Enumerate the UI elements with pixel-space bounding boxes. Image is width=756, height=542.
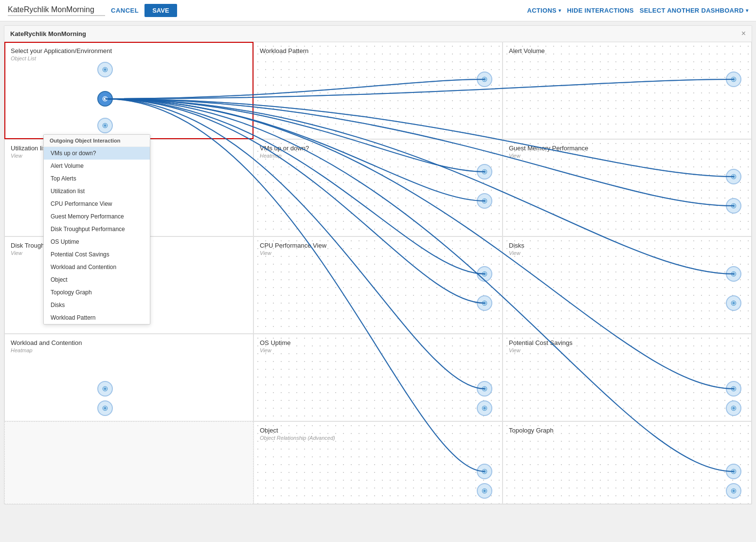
dropdown-item-7[interactable]: OS Uptime [44,235,150,248]
dropdown-item-12[interactable]: Disks [44,299,150,311]
widget-title-2: Alert Volume [509,47,745,54]
widget-title-8: Disks [509,242,745,249]
dropdown-item-2[interactable]: Top Alerts [44,172,150,185]
target-circle-w4b[interactable] [477,193,492,209]
widget-vms: VMs up or down? Heatmap [253,139,503,236]
source-circle-icon[interactable] [97,91,113,107]
panel-title: KateRychlik MonMorning [10,30,86,37]
dropdown-item-8[interactable]: Potential Cost Savings [44,248,150,261]
hide-interactions-button[interactable]: HIDE INTERACTIONS [567,7,633,14]
target-circle-w1[interactable] [477,72,492,87]
widget-subtitle-0: Object List [11,55,247,61]
dropdown-item-4[interactable]: CPU Performance View [44,198,150,210]
widget-title-10: OS Uptime [260,339,496,346]
widget-title-1: Workload Pattern [260,47,496,54]
widget-subtitle-8: View [509,250,745,256]
target-circle-w8b[interactable] [726,295,741,311]
dropdown-header: Outgoing Object Interaction [44,135,150,147]
dropdown-item-11[interactable]: Topology Graph [44,286,150,299]
dropdown-item-9[interactable]: Workload and Contention [44,261,150,273]
dropdown-item-6[interactable]: Disk Troughput Performance [44,223,150,235]
outgoing-circle-w9b[interactable] [97,400,113,416]
select-dashboard-arrow-icon: ▾ [746,8,748,13]
widget-os-uptime: OS Uptime View [253,334,503,421]
dropdown-item-1[interactable]: Alert Volume [44,160,150,172]
widget-object: Object Object Relationship (Advanced) [253,421,503,504]
actions-button[interactable]: ACTIONS ▾ [527,7,561,14]
dropdown-item-13[interactable]: Workload Pattern [44,311,150,324]
widget-title-4: VMs up or down? [260,145,496,152]
source-circle-top-icon[interactable] [97,62,113,77]
widget-workload-contention: Workload and Contention Heatmap [4,334,253,421]
widget-subtitle-7: View [260,250,496,256]
dropdown-item-0[interactable]: VMs up or down? [44,147,150,160]
widget-title-7: CPU Performance View [260,242,496,249]
actions-arrow-icon: ▾ [558,8,561,13]
widget-subtitle-9: Heatmap [11,347,247,353]
widget-subtitle-11: View [509,347,745,353]
widget-workload-pattern: Workload Pattern [253,42,503,139]
save-button[interactable]: SAVE [144,4,177,17]
widget-cost-savings: Potential Cost Savings View [503,334,752,421]
select-dashboard-button[interactable]: SELECT ANOTHER DASHBOARD ▾ [640,7,748,14]
target-circle-w4a[interactable] [477,164,492,180]
widget-subtitle-12: Object Relationship (Advanced) [260,435,496,441]
dropdown-item-10[interactable]: Object [44,273,150,286]
main-panel: KateRychlik MonMorning × Select your App… [4,25,752,505]
cancel-button[interactable]: CANCEL [111,7,139,14]
widget-subtitle-5: View [509,153,745,159]
topbar: KateRychlik MonMorning CANCEL SAVE ACTIO… [0,0,756,21]
widget-alert-volume: Alert Volume [503,42,752,139]
widget-title-12: Object [260,427,496,434]
target-circle-w12b[interactable] [477,483,492,499]
target-circle-w5b[interactable] [726,198,741,214]
widget-title-0: Select your Application/Environment [11,47,247,54]
widget-select-app: Select your Application/Environment Obje… [4,42,253,139]
panel-header: KateRychlik MonMorning × [4,26,752,42]
widget-disks: Disks View [503,236,752,334]
target-circle-w10a[interactable] [477,381,492,397]
outgoing-interaction-dropdown: Outgoing Object Interaction VMs up or do… [43,134,150,325]
target-circle-w13a[interactable] [726,464,741,479]
widget-subtitle-10: View [260,347,496,353]
widget-title-11: Potential Cost Savings [509,339,745,346]
target-circle-w5a[interactable] [726,169,741,184]
dropdown-item-3[interactable]: Utilization list [44,185,150,198]
target-circle-w11b[interactable] [726,400,741,416]
target-circle-w10b[interactable] [477,400,492,416]
source-circle-2-icon[interactable] [97,118,113,133]
target-circle-w7b[interactable] [477,295,492,311]
widget-subtitle-4: Heatmap [260,153,496,159]
widget-title-13: Topology Graph [509,427,745,434]
topbar-title: KateRychlik MonMorning [8,5,105,16]
target-circle-w13b[interactable] [726,483,741,499]
widget-cpu-perf: CPU Performance View View [253,236,503,334]
target-circle-w11a[interactable] [726,381,741,397]
dropdown-item-5[interactable]: Guest Memory Performance [44,210,150,223]
widget-title-5: Guest Memory Performance [509,145,745,152]
target-circle-w7a[interactable] [477,266,492,282]
widget-guest-memory: Guest Memory Performance View [503,139,752,236]
close-button[interactable]: × [741,30,746,37]
widget-title-9: Workload and Contention [11,339,247,346]
target-circle-w2[interactable] [726,72,741,87]
outgoing-circle-w9a[interactable] [97,381,113,397]
widget-grid-wrapper: Select your Application/Environment Obje… [4,42,752,504]
widget-placeholder-left [4,421,253,504]
target-circle-w12a[interactable] [477,464,492,479]
target-circle-w8a[interactable] [726,266,741,282]
widget-topology: Topology Graph [503,421,752,504]
